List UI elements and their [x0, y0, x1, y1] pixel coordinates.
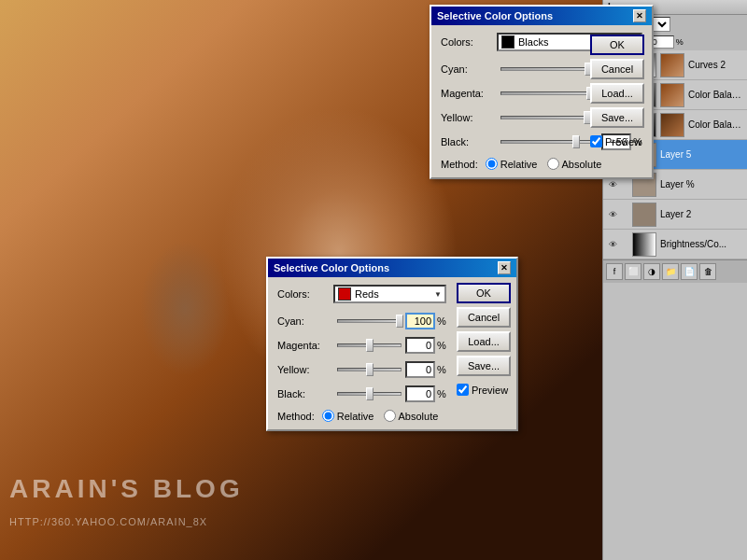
layer-mask-thumbnail — [660, 113, 684, 137]
black-slider-thumb[interactable] — [572, 135, 580, 148]
black-value-input[interactable] — [405, 385, 435, 402]
preview-checkbox[interactable] — [590, 135, 602, 147]
dialog2-titlebar[interactable]: Selective Color Options ✕ — [268, 259, 516, 277]
add-layer-style-icon[interactable]: f — [606, 263, 623, 280]
eye-icon[interactable]: 👁 — [606, 178, 619, 191]
ok-button[interactable]: OK — [457, 283, 511, 303]
cancel-button[interactable]: Cancel — [590, 59, 644, 79]
magenta-row: Magenta: % — [277, 337, 446, 354]
yellow-row: Yellow: % — [277, 361, 446, 378]
method-radio-group: Relative Absolute — [486, 158, 602, 170]
absolute-radio[interactable] — [547, 158, 559, 170]
dialog2-close-button[interactable]: ✕ — [498, 261, 511, 274]
absolute-radio-label[interactable]: Absolute — [547, 158, 602, 170]
preview-label: Preview — [605, 136, 641, 147]
layer-mask-thumbnail — [660, 83, 684, 107]
absolute-radio[interactable] — [384, 410, 396, 422]
cancel-button[interactable]: Cancel — [457, 307, 511, 328]
new-group-icon[interactable]: 📁 — [662, 263, 679, 280]
preview-row: Preview — [457, 384, 511, 396]
color-swatch — [501, 35, 514, 49]
watermark-text: ARAIN'S BLOG — [9, 474, 244, 504]
yellow-slider-thumb[interactable] — [366, 363, 374, 376]
relative-radio-label[interactable]: Relative — [486, 158, 538, 170]
yellow-value-input[interactable] — [405, 361, 435, 378]
black-label: Black: — [277, 388, 333, 399]
preview-checkbox[interactable] — [457, 384, 469, 396]
cyan-percent: % — [437, 315, 446, 327]
magenta-slider-container — [500, 86, 598, 101]
absolute-radio-label[interactable]: Absolute — [384, 410, 439, 422]
black-percent: % — [437, 388, 446, 399]
cyan-slider-track — [337, 319, 402, 323]
dialog1-titlebar[interactable]: Selective Color Options ✕ — [431, 7, 652, 25]
relative-radio[interactable] — [322, 410, 334, 422]
eye-icon[interactable]: 👁 — [606, 208, 619, 221]
color-name: Reds — [355, 288, 434, 300]
cyan-row: Cyan: % — [277, 313, 446, 329]
cyan-value-input[interactable] — [405, 313, 435, 329]
black-slider-track — [337, 392, 402, 396]
black-label: Black: — [441, 136, 497, 147]
new-layer-icon[interactable]: 📄 — [681, 263, 698, 280]
layers-panel-icons: f ⬜ ◑ 📁 📄 🗑 — [603, 259, 747, 283]
method-row: Method: Relative Absolute — [441, 158, 642, 170]
delete-layer-icon[interactable]: 🗑 — [699, 263, 716, 280]
layer-item[interactable]: 👁 Brightness/Co... — [603, 230, 747, 259]
relative-radio-label[interactable]: Relative — [322, 410, 374, 422]
relative-label: Relative — [500, 159, 538, 170]
method-radio-group: Relative Absolute — [322, 410, 439, 422]
method-row: Method: Relative Absolute — [277, 410, 446, 422]
opacity-percent: % — [676, 37, 684, 47]
load-button[interactable]: Load... — [457, 331, 511, 352]
cyan-label: Cyan: — [441, 63, 497, 75]
cyan-slider-track — [500, 67, 598, 71]
colors-row: Colors: Reds ▼ — [277, 285, 446, 303]
absolute-label: Absolute — [562, 159, 602, 170]
magenta-label: Magenta: — [441, 88, 497, 99]
layer-name: Brightness/Co... — [660, 239, 744, 249]
save-button[interactable]: Save... — [590, 107, 644, 128]
yellow-slider-track — [500, 116, 598, 119]
yellow-label: Yellow: — [277, 364, 333, 375]
watermark-url: HTTP://360.YAHOO.COM/ARAIN_8X — [9, 516, 207, 527]
load-button[interactable]: Load... — [590, 83, 644, 104]
layer-mask-thumbnail — [660, 53, 684, 77]
relative-radio[interactable] — [486, 158, 498, 170]
colors-label: Colors: — [441, 36, 497, 48]
selective-color-dialog-reds: Selective Color Options ✕ Colors: Reds ▼… — [266, 257, 518, 431]
layer-item[interactable]: 👁 Layer 2 — [603, 200, 747, 230]
selective-color-dialog-blacks: Selective Color Options ✕ Colors: Blacks… — [430, 5, 654, 179]
magenta-slider-thumb[interactable] — [366, 339, 374, 352]
layer-thumbnail — [632, 232, 656, 257]
new-fill-layer-icon[interactable]: ◑ — [643, 263, 660, 280]
layer-name: Layer 2 — [660, 209, 744, 219]
dialog2-button-panel: OK Cancel Load... Save... Preview — [457, 283, 511, 396]
cyan-slider-container — [337, 314, 402, 329]
cyan-slider-thumb[interactable] — [396, 315, 403, 328]
add-mask-icon[interactable]: ⬜ — [625, 263, 641, 280]
eye-icon[interactable]: 👁 — [606, 238, 619, 251]
dialog1-button-panel: OK Cancel Load... Save... Preview — [590, 35, 644, 147]
magenta-value-input[interactable] — [405, 337, 435, 354]
magenta-slider-container — [337, 338, 402, 353]
black-row: Black: % — [277, 385, 446, 402]
yellow-slider-container — [337, 362, 402, 377]
dialog1-close-button[interactable]: ✕ — [633, 9, 646, 22]
method-label: Method: — [277, 411, 315, 422]
color-select-dropdown[interactable]: Reds ▼ — [333, 285, 446, 303]
save-button[interactable]: Save... — [457, 356, 511, 376]
dialog1-title: Selective Color Options — [437, 10, 553, 21]
method-label: Method: — [441, 159, 478, 170]
layer-name: Layer 5 — [660, 149, 744, 160]
yellow-slider-container — [500, 110, 598, 125]
magenta-slider-track — [500, 91, 598, 95]
yellow-percent: % — [437, 364, 446, 375]
black-slider-thumb[interactable] — [366, 387, 374, 400]
layer-name: Curves 2 — [688, 60, 744, 70]
absolute-label: Absolute — [399, 411, 439, 422]
relative-label: Relative — [337, 411, 374, 422]
ok-button[interactable]: OK — [590, 35, 644, 55]
layer-name: Layer % — [660, 179, 744, 189]
color-swatch — [338, 287, 351, 301]
